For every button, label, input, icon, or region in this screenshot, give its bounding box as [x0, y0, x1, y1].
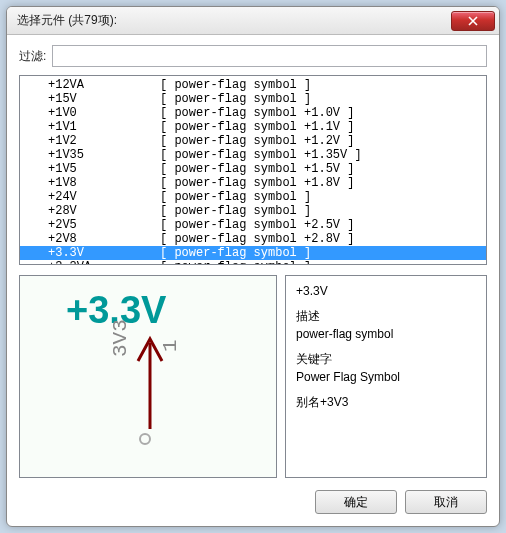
list-item[interactable]: +1V1[ power-flag symbol +1.1V ]	[20, 120, 486, 134]
list-item[interactable]: +2V8[ power-flag symbol +2.8V ]	[20, 232, 486, 246]
list-item[interactable]: +1V35[ power-flag symbol +1.35V ]	[20, 148, 486, 162]
item-name: +3.3V	[48, 246, 160, 260]
ok-button[interactable]: 确定	[315, 490, 397, 514]
list-item[interactable]: +1V2[ power-flag symbol +1.2V ]	[20, 134, 486, 148]
info-pane: +3.3V 描述 power-flag symbol 关键字 Power Fla…	[285, 275, 487, 478]
list-item[interactable]: +3.3V[ power-flag symbol ]	[20, 246, 486, 260]
item-name: +2V8	[48, 232, 160, 246]
info-keywords-value: Power Flag Symbol	[296, 370, 476, 384]
item-desc: [ power-flag symbol +1.2V ]	[160, 134, 486, 148]
info-desc-value: power-flag symbol	[296, 327, 476, 341]
item-name: +1V0	[48, 106, 160, 120]
list-item[interactable]: +1V5[ power-flag symbol +1.5V ]	[20, 162, 486, 176]
window-title: 选择元件 (共79项):	[17, 12, 451, 29]
item-desc: [ power-flag symbol ]	[160, 190, 486, 204]
close-icon	[468, 16, 478, 26]
item-desc: [ power-flag symbol +2.5V ]	[160, 218, 486, 232]
item-name: +15V	[48, 92, 160, 106]
list-item[interactable]: +1V0[ power-flag symbol +1.0V ]	[20, 106, 486, 120]
item-desc: [ power-flag symbol +1.1V ]	[160, 120, 486, 134]
item-name: +1V2	[48, 134, 160, 148]
item-name: +1V35	[48, 148, 160, 162]
client-area: 过滤: +12VA[ power-flag symbol ]+15V[ powe…	[7, 35, 499, 526]
list-item[interactable]: +15V[ power-flag symbol ]	[20, 92, 486, 106]
info-keywords-label: 关键字	[296, 351, 476, 368]
filter-row: 过滤:	[19, 45, 487, 67]
item-desc: [ power-flag symbol +1.8V ]	[160, 176, 486, 190]
arrow-icon	[136, 333, 164, 433]
item-desc: [ power-flag symbol ]	[160, 92, 486, 106]
list-item[interactable]: +12VA[ power-flag symbol ]	[20, 78, 486, 92]
list-item[interactable]: +24V[ power-flag symbol ]	[20, 190, 486, 204]
component-list[interactable]: +12VA[ power-flag symbol ]+15V[ power-fl…	[19, 75, 487, 265]
list-item[interactable]: +3.3VA[ power-flag symbol ]	[20, 260, 486, 265]
list-item[interactable]: +2V5[ power-flag symbol +2.5V ]	[20, 218, 486, 232]
detail-row: +3.3V 3V3 1 +3.3V 描述 power-flag symbol 关…	[19, 275, 487, 478]
item-desc: [ power-flag symbol +1.35V ]	[160, 148, 486, 162]
pin-circle-icon	[139, 433, 151, 445]
item-name: +2V5	[48, 218, 160, 232]
preview-pane: +3.3V 3V3 1	[19, 275, 277, 478]
list-item[interactable]: +28V[ power-flag symbol ]	[20, 204, 486, 218]
item-name: +28V	[48, 204, 160, 218]
button-row: 确定 取消	[19, 490, 487, 514]
cancel-button[interactable]: 取消	[405, 490, 487, 514]
item-name: +1V5	[48, 162, 160, 176]
filter-input[interactable]	[52, 45, 487, 67]
close-button[interactable]	[451, 11, 495, 31]
item-name: +3.3VA	[48, 260, 160, 265]
titlebar: 选择元件 (共79项):	[7, 7, 499, 35]
item-name: +1V8	[48, 176, 160, 190]
info-desc-label: 描述	[296, 308, 476, 325]
item-name: +24V	[48, 190, 160, 204]
filter-label: 过滤:	[19, 48, 46, 65]
item-desc: [ power-flag symbol ]	[160, 260, 486, 265]
item-desc: [ power-flag symbol ]	[160, 78, 486, 92]
item-desc: [ power-flag symbol +1.0V ]	[160, 106, 486, 120]
info-name: +3.3V	[296, 284, 476, 298]
info-alias: 别名+3V3	[296, 394, 476, 411]
item-name: +1V1	[48, 120, 160, 134]
preview-side-label-1: 3V3	[110, 319, 131, 357]
list-item[interactable]: +1V8[ power-flag symbol +1.8V ]	[20, 176, 486, 190]
dialog-window: 选择元件 (共79项): 过滤: +12VA[ power-flag symbo…	[6, 6, 500, 527]
item-desc: [ power-flag symbol +1.5V ]	[160, 162, 486, 176]
item-desc: [ power-flag symbol +2.8V ]	[160, 232, 486, 246]
item-desc: [ power-flag symbol ]	[160, 246, 486, 260]
item-desc: [ power-flag symbol ]	[160, 204, 486, 218]
item-name: +12VA	[48, 78, 160, 92]
